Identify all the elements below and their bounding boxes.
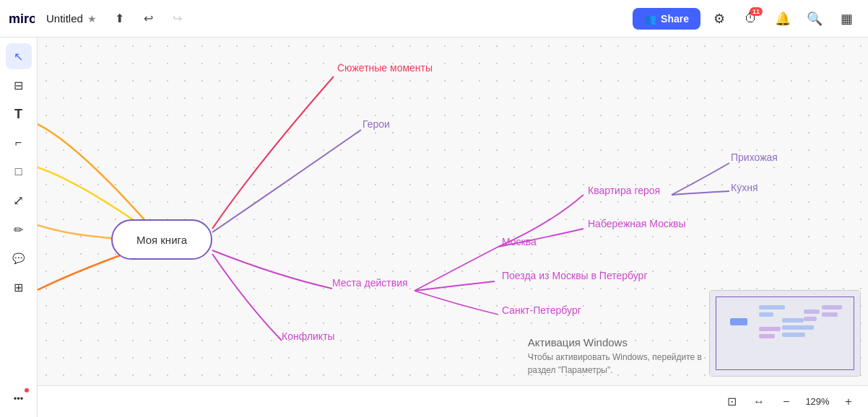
sidebar-tool-pen[interactable]: ✏ xyxy=(6,216,32,242)
branch-label-11[interactable]: Кухня xyxy=(731,182,758,193)
header: miro Untitled ★ ⬆ ↩ ↪ 👥 Share ⚙ ⏱ 11 🔔 🔍 xyxy=(0,0,868,38)
mini-node-1 xyxy=(759,305,785,310)
zoom-out-icon: − xyxy=(783,395,789,408)
branch-label-4[interactable]: Конфликты xyxy=(282,330,335,342)
redo-button[interactable]: ↪ xyxy=(166,7,189,30)
doc-title-text[interactable]: Untitled xyxy=(46,12,83,25)
bell-button[interactable]: 🔔 xyxy=(770,6,796,32)
branch-label-8[interactable]: Квартира героя xyxy=(588,185,660,196)
center-node-label: Моя книга xyxy=(136,234,187,246)
header-right: 👥 Share ⚙ ⏱ 11 🔔 🔍 ▦ xyxy=(633,6,859,32)
mini-node-center xyxy=(730,318,747,325)
branch-label-10[interactable]: Прихожая xyxy=(731,152,778,163)
mini-node-10 xyxy=(822,305,842,310)
zoom-in-button[interactable]: + xyxy=(838,391,859,413)
search-button[interactable]: 🔍 xyxy=(802,6,828,32)
windows-activation-title: Активация Windows xyxy=(528,335,702,351)
sidebar-tool-shape[interactable]: □ xyxy=(6,159,32,185)
minimap-inner xyxy=(710,291,860,376)
fit-to-screen-button[interactable]: ⊡ xyxy=(721,391,742,413)
layout-icon: ▦ xyxy=(841,11,853,27)
branch-label-3[interactable]: Места действия xyxy=(332,277,408,289)
bell-icon: 🔔 xyxy=(775,11,791,27)
sidebar-tool-table[interactable]: ⊞ xyxy=(6,274,32,300)
undo-button[interactable]: ↩ xyxy=(137,7,160,30)
upload-button[interactable]: ⬆ xyxy=(108,7,131,30)
zoom-out-button[interactable]: − xyxy=(776,391,797,413)
svg-text:miro: miro xyxy=(9,12,35,26)
share-button[interactable]: 👥 Share xyxy=(633,8,700,30)
layout-button[interactable]: ▦ xyxy=(833,6,859,32)
branch-label-1[interactable]: Сюжетные моменты xyxy=(337,62,433,74)
sidebar-tool-frames[interactable]: ⊟ xyxy=(6,72,32,98)
sidebar-tool-text[interactable]: T xyxy=(6,101,32,127)
timer-button[interactable]: ⏱ 11 xyxy=(738,6,764,32)
expand-icon: ↔ xyxy=(753,395,765,408)
expand-button[interactable]: ↔ xyxy=(748,391,770,413)
mini-node-2 xyxy=(759,312,773,317)
branch-label-6[interactable]: Поезда из Москвы в Петербург xyxy=(502,270,648,281)
more-dot xyxy=(25,388,29,392)
branch-label-5[interactable]: Москва xyxy=(502,236,537,247)
branch-label-7[interactable]: Санкт-Петербург xyxy=(502,304,581,316)
pen-icon: ✏ xyxy=(14,223,23,237)
shape-icon: □ xyxy=(15,165,22,178)
connector-icon: ⤢ xyxy=(13,193,24,208)
favorite-icon[interactable]: ★ xyxy=(87,13,97,25)
sidebar-tool-more[interactable]: ••• xyxy=(6,385,32,411)
sidebar-tool-select[interactable]: ↖ xyxy=(6,43,32,69)
mini-node-4 xyxy=(759,334,775,338)
zoom-level-display: 129% xyxy=(803,396,832,407)
bottom-bar: ⊡ ↔ − 129% + xyxy=(38,385,868,417)
mini-node-8 xyxy=(804,310,820,314)
mini-node-7 xyxy=(782,333,805,337)
share-label: Share xyxy=(661,13,689,25)
mini-node-5 xyxy=(782,318,804,322)
more-icon: ••• xyxy=(14,393,24,404)
sticky-icon: ⌐ xyxy=(15,136,22,149)
mini-node-6 xyxy=(782,325,814,330)
settings-icon: ⚙ xyxy=(713,11,725,27)
comment-icon: 💬 xyxy=(12,253,25,264)
table-icon: ⊞ xyxy=(14,281,23,294)
branch-label-9[interactable]: Набережная Москвы xyxy=(588,218,686,229)
miro-logo: miro xyxy=(9,10,35,27)
mini-node-3 xyxy=(759,327,781,331)
settings-button[interactable]: ⚙ xyxy=(706,6,732,32)
doc-title-area: Untitled ★ xyxy=(46,12,97,25)
sidebar-tool-comment[interactable]: 💬 xyxy=(6,245,32,271)
share-icon: 👥 xyxy=(644,13,656,25)
minimap[interactable] xyxy=(709,290,861,377)
mini-node-9 xyxy=(804,317,817,321)
text-icon: T xyxy=(14,107,22,122)
branch-label-2[interactable]: Герои xyxy=(363,118,390,130)
mindmap-center-node[interactable]: Моя книга xyxy=(111,219,212,260)
canvas-area[interactable]: Моя книга Сюжетные моменты Герои Места д… xyxy=(38,38,868,417)
sidebar-tool-connector[interactable]: ⤢ xyxy=(6,188,32,214)
zoom-in-icon: + xyxy=(845,395,851,408)
search-icon: 🔍 xyxy=(807,11,823,27)
sidebar-tool-sticky[interactable]: ⌐ xyxy=(6,130,32,156)
windows-activation-body: Чтобы активировать Windows, перейдите вр… xyxy=(528,351,702,377)
left-sidebar: ↖ ⊟ T ⌐ □ ⤢ ✏ 💬 ⊞ ••• xyxy=(0,38,38,417)
frames-icon: ⊟ xyxy=(14,79,23,92)
notification-badge: 11 xyxy=(750,7,763,16)
windows-activation-notice: Активация Windows Чтобы активировать Win… xyxy=(528,335,702,377)
fit-icon: ⊡ xyxy=(727,395,737,408)
select-icon: ↖ xyxy=(14,50,23,63)
undo-redo-group: ⬆ ↩ ↪ xyxy=(108,7,189,30)
mini-node-11 xyxy=(822,312,838,317)
